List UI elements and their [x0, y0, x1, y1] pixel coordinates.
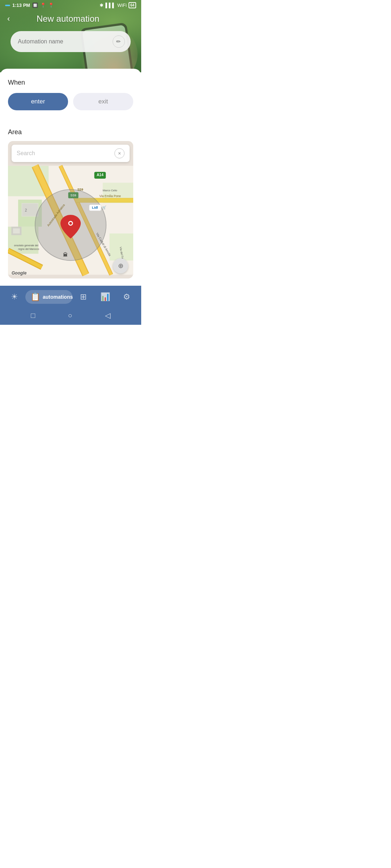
system-nav-bar: □ ○ ◁	[0, 307, 141, 325]
battery-indicator: 64	[129, 2, 136, 8]
automations-icon: 📋	[30, 293, 40, 301]
status-bar: 1:13 PM 🔲 📍 📍 ✱ ▌▌▌ WiFi 64	[0, 0, 141, 10]
svg-text:Marco Celio: Marco Celio	[103, 189, 117, 192]
bottom-navigation: ☀ 📋 automations ⊞ 📊 ⚙	[0, 286, 141, 307]
signal-icon: ▌▌▌	[105, 3, 115, 8]
nav-item-dashboard[interactable]: ⊞	[72, 293, 94, 301]
svg-rect-7	[22, 204, 38, 216]
svg-text:🛒: 🛒	[102, 205, 106, 210]
system-back-button[interactable]: ◁	[105, 311, 110, 320]
automations-label: automations	[43, 294, 73, 300]
svg-text:2: 2	[25, 208, 27, 212]
clear-search-button[interactable]: ×	[114, 148, 125, 158]
status-time: 1:13 PM	[12, 3, 30, 8]
svg-text:SS9: SS9	[77, 188, 83, 191]
area-label: Area	[8, 128, 133, 136]
when-section: When enter exit	[0, 69, 141, 128]
edit-name-button[interactable]: ✏	[113, 35, 125, 48]
map-container[interactable]: Search ×	[8, 141, 133, 278]
home-button[interactable]: ○	[68, 311, 72, 320]
wifi-icon: WiFi	[117, 3, 127, 8]
nav-item-stats[interactable]: 📊	[94, 293, 116, 301]
exit-button[interactable]: exit	[73, 93, 133, 110]
search-placeholder-text: Search	[17, 150, 112, 157]
automation-name-input[interactable]	[18, 38, 109, 45]
notification-icon: 🔲	[32, 3, 38, 8]
enter-exit-toggle-group: enter exit	[8, 93, 133, 110]
svg-text:A14: A14	[97, 173, 104, 177]
status-right: ✱ ▌▌▌ WiFi 64	[100, 2, 136, 8]
stats-icon: 📊	[100, 293, 110, 301]
page-title: New automation	[13, 14, 123, 24]
when-label: When	[8, 79, 133, 86]
hero-section: ‹ New automation ✏	[0, 0, 141, 72]
svg-text:Lidl: Lidl	[92, 206, 98, 209]
edit-icon: ✏	[116, 38, 121, 45]
nav-item-automations[interactable]: 📋 automations	[25, 290, 72, 304]
svg-point-25	[69, 222, 72, 225]
home-icon: ☀	[11, 293, 18, 301]
svg-text:🏛: 🏛	[63, 252, 68, 258]
svg-text:Via Emilia Pone: Via Emilia Pone	[99, 194, 121, 198]
area-section: Area Search ×	[0, 128, 141, 286]
svg-text:onsolato generale del: onsolato generale del	[14, 244, 38, 247]
dashboard-icon: ⊞	[80, 293, 87, 301]
my-location-button[interactable]: ⊕	[113, 258, 128, 273]
bluetooth-icon: ✱	[100, 3, 104, 8]
battery-pill	[5, 5, 10, 6]
status-left: 1:13 PM 🔲 📍 📍	[5, 3, 54, 8]
svg-rect-9	[13, 228, 20, 233]
location2-icon: 📍	[48, 3, 54, 8]
back-button[interactable]: ‹	[7, 15, 10, 23]
svg-text:regno del Marocco: regno del Marocco	[18, 248, 39, 251]
enter-button[interactable]: enter	[8, 93, 68, 110]
automation-name-field-wrap[interactable]: ✏	[10, 31, 131, 52]
map-search-bar[interactable]: Search ×	[12, 145, 130, 162]
nav-item-settings[interactable]: ⚙	[116, 293, 138, 301]
google-watermark: Google	[12, 271, 26, 276]
settings-icon: ⚙	[123, 293, 130, 301]
location-target-icon: ⊕	[118, 262, 123, 270]
clear-icon: ×	[118, 150, 121, 156]
location-icon: 📍	[40, 3, 46, 8]
recents-button[interactable]: □	[31, 311, 35, 320]
nav-item-home[interactable]: ☀	[4, 293, 25, 301]
